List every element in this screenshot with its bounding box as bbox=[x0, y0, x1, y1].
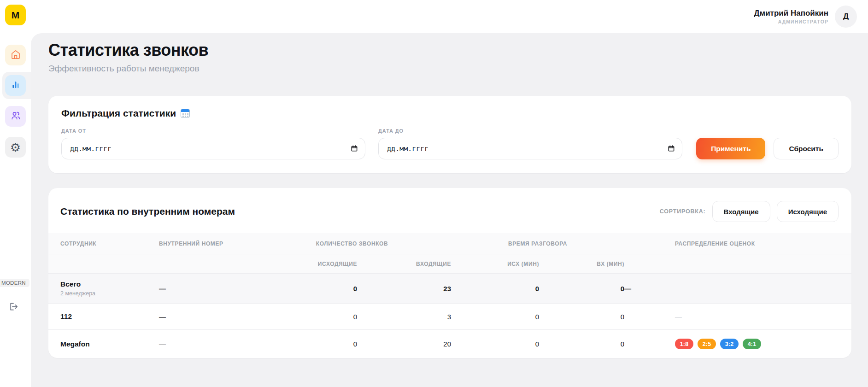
sort-incoming-button[interactable]: Входящие bbox=[712, 201, 770, 222]
incoming-cell: 23 bbox=[357, 274, 451, 304]
theme-badge: MODERN bbox=[0, 279, 29, 287]
employee-cell: Megafon bbox=[48, 330, 147, 358]
filter-card: Фильтрация статистики ДАТА ОТ bbox=[48, 96, 851, 173]
user-name: Дмитрий Напойкин bbox=[754, 9, 828, 18]
employee-subtitle: 2 менеджера bbox=[60, 290, 147, 297]
sidebar-item-settings[interactable]: ⚙ bbox=[5, 137, 26, 158]
table-row: 112—0300— bbox=[48, 304, 851, 330]
date-from-field: ДАТА ОТ bbox=[61, 128, 365, 159]
table-subheader-row: ИСХОДЯЩИЕ ВХОДЯЩИЕ ИСХ (МИН) ВХ (МИН) bbox=[48, 254, 851, 274]
ratings-cell: — bbox=[624, 304, 851, 330]
outgoing-cell: 0 bbox=[253, 330, 357, 358]
out-min-cell: 0 bbox=[451, 274, 539, 304]
out-min-cell: 0 bbox=[451, 304, 539, 330]
outgoing-cell: 0 bbox=[253, 274, 357, 304]
col-ratings: РАСПРЕДЕЛЕНИЕ ОЦЕНОК bbox=[624, 233, 851, 254]
bar-chart-icon bbox=[10, 79, 21, 92]
ratings-cell: — bbox=[624, 274, 851, 304]
in-min-cell: 0 bbox=[539, 330, 624, 358]
sidebar-item-stats[interactable] bbox=[5, 75, 26, 96]
date-picker-icon[interactable] bbox=[668, 145, 675, 154]
col-employee: СОТРУДНИК bbox=[48, 233, 147, 254]
sidebar-item-home[interactable] bbox=[5, 45, 26, 65]
employee-name: 112 bbox=[60, 312, 147, 321]
rating-badge: 4:1 bbox=[743, 339, 761, 349]
user-info[interactable]: Дмитрий Напойкин АДМИНИСТРАТОР bbox=[754, 9, 828, 24]
main-content: Статистика звонков Эффективность работы … bbox=[31, 33, 868, 387]
sidebar: M bbox=[0, 0, 31, 387]
home-icon bbox=[10, 49, 21, 62]
filter-title: Фильтрация статистики bbox=[61, 108, 176, 119]
outgoing-cell: 0 bbox=[253, 304, 357, 330]
table-header-row: СОТРУДНИК ВНУТРЕННИЙ НОМЕР КОЛИЧЕСТВО ЗВ… bbox=[48, 233, 851, 254]
col-out-min: ИСХ (МИН) bbox=[451, 254, 539, 274]
extension-cell: — bbox=[147, 274, 253, 304]
rating-badge: 3:2 bbox=[720, 339, 739, 349]
employee-cell: 112 bbox=[48, 304, 147, 330]
logout-icon bbox=[8, 301, 18, 314]
table-row: Megafon—020001:82:53:24:1 bbox=[48, 330, 851, 358]
col-outgoing: ИСХОДЯЩИЕ bbox=[253, 254, 357, 274]
date-from-label: ДАТА ОТ bbox=[61, 128, 365, 134]
in-min-cell: 0 bbox=[539, 274, 624, 304]
date-to-label: ДАТА ДО bbox=[378, 128, 682, 134]
date-picker-icon[interactable] bbox=[351, 145, 358, 154]
rating-badge: 1:8 bbox=[675, 339, 693, 349]
extension-cell: — bbox=[147, 304, 253, 330]
sidebar-item-users[interactable] bbox=[5, 106, 26, 127]
sort-label: СОРТИРОВКА: bbox=[660, 208, 706, 215]
stats-table-body: Всего2 менеджера—02300—112—0300—Megafon—… bbox=[48, 274, 851, 358]
sort-controls: СОРТИРОВКА: Входящие Исходящие bbox=[660, 201, 839, 222]
users-icon bbox=[10, 110, 21, 123]
logout-button[interactable] bbox=[6, 300, 20, 314]
filter-form: ДАТА ОТ ДАТА ДО bbox=[61, 128, 839, 159]
in-min-cell: 0 bbox=[539, 304, 624, 330]
date-to-input[interactable] bbox=[378, 138, 682, 159]
calendar-icon bbox=[181, 109, 190, 118]
out-min-cell: 0 bbox=[451, 330, 539, 358]
employee-cell: Всего2 менеджера bbox=[48, 274, 147, 304]
page-title: Статистика звонков bbox=[48, 41, 851, 60]
col-extension: ВНУТРЕННИЙ НОМЕР bbox=[147, 233, 253, 254]
avatar[interactable]: Д bbox=[835, 6, 857, 28]
page-subtitle: Эффективность работы менеджеров bbox=[48, 64, 851, 74]
employee-name: Всего bbox=[60, 280, 147, 288]
extension-cell: — bbox=[147, 330, 253, 358]
user-role: АДМИНИСТРАТОР bbox=[754, 19, 828, 24]
app-logo[interactable]: M bbox=[5, 5, 26, 25]
date-from-input[interactable] bbox=[61, 138, 365, 159]
ratings-cell: 1:82:53:24:1 bbox=[624, 330, 851, 358]
topbar: Дмитрий Напойкин АДМИНИСТРАТОР Д bbox=[31, 0, 868, 33]
stats-title: Статистика по внутренним номерам bbox=[60, 206, 235, 217]
rating-badge: 2:5 bbox=[698, 339, 716, 349]
col-calls: КОЛИЧЕСТВО ЗВОНКОВ bbox=[253, 233, 451, 254]
stats-table: СОТРУДНИК ВНУТРЕННИЙ НОМЕР КОЛИЧЕСТВО ЗВ… bbox=[48, 233, 851, 358]
col-in-min: ВХ (МИН) bbox=[539, 254, 624, 274]
date-to-field: ДАТА ДО bbox=[378, 128, 682, 159]
sort-outgoing-button[interactable]: Исходящие bbox=[777, 201, 839, 222]
stats-card: Статистика по внутренним номерам СОРТИРО… bbox=[48, 188, 851, 358]
gear-icon: ⚙ bbox=[10, 141, 21, 153]
employee-name: Megafon bbox=[60, 340, 147, 348]
apply-button[interactable]: Применить bbox=[696, 138, 765, 159]
col-talk-time: ВРЕМЯ РАЗГОВОРА bbox=[451, 233, 624, 254]
incoming-cell: 3 bbox=[357, 304, 451, 330]
incoming-cell: 20 bbox=[357, 330, 451, 358]
table-row: Всего2 менеджера—02300— bbox=[48, 274, 851, 304]
app-root: M bbox=[0, 0, 868, 387]
col-incoming: ВХОДЯЩИЕ bbox=[357, 254, 451, 274]
reset-button[interactable]: Сбросить bbox=[774, 138, 839, 159]
